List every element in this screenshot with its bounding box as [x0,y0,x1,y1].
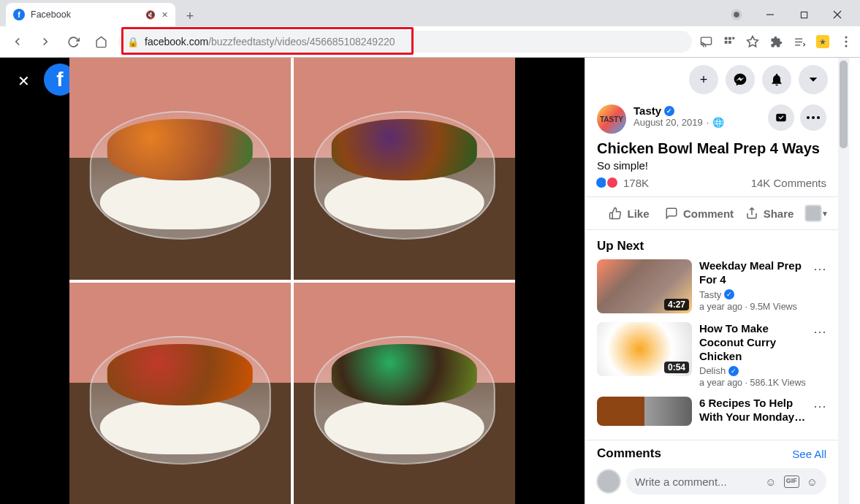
svg-rect-11 [732,37,734,39]
tab-bar: f Facebook 🔇 ✕ + [0,0,860,26]
apps-icon[interactable] [723,35,736,48]
page-name-link[interactable]: Tasty✓ [633,104,724,117]
svg-point-16 [845,36,847,38]
up-next-item: 0:54 How To Make Coconut Curry Chicken D… [597,322,826,388]
browser-tab[interactable]: f Facebook 🔇 ✕ [6,3,175,26]
svg-point-18 [845,45,847,47]
post-more-button[interactable] [800,104,826,131]
cast-icon[interactable] [699,35,712,48]
comments-section: Comments See All Write a comment... ☺ GI… [585,440,838,504]
create-button[interactable]: + [689,65,718,94]
maximize-button[interactable] [787,3,821,26]
svg-point-23 [817,116,820,119]
url-text: facebook.com/buzzfeedtasty/videos/456685… [145,36,395,47]
browser-toolbar: 🔒 facebook.com/buzzfeedtasty/videos/4566… [0,26,860,57]
reload-button[interactable] [63,31,83,52]
share-button[interactable]: Share [734,199,804,228]
post-header: TASTY Tasty✓ August 20, 2019·🌐 Chicken B… [585,102,838,197]
close-window-button[interactable] [821,3,854,26]
video-duration: 0:54 [664,362,689,373]
scrollbar-thumb[interactable] [840,61,848,148]
post-action-bar: Like Comment Share ▼ [585,197,838,230]
video-quadrant [69,283,291,504]
svg-point-21 [807,116,810,119]
video-sidebar: + TASTY Tasty✓ August 20, 2019·🌐 [585,58,849,504]
browser-chrome: f Facebook 🔇 ✕ + 🔒 facebook.com/buzzfeed… [0,0,860,58]
notifications-button[interactable] [762,65,791,94]
svg-rect-6 [701,37,711,45]
minimize-button[interactable] [753,3,787,26]
up-next-section: Up Next 4:27 Weekday Meal Prep For 4 Tas… [585,230,838,430]
chrome-menu-icon[interactable] [840,35,853,48]
video-byline[interactable]: Tasty✓ [699,289,806,300]
item-more-button[interactable]: ⋯ [813,397,826,426]
video-title-link[interactable]: How To Make Coconut Curry Chicken [699,322,806,363]
video-player-area[interactable]: ✕ f [0,58,585,504]
reaction-count[interactable]: 178K [597,176,649,189]
video-thumbnail[interactable] [597,397,692,426]
reading-list-icon[interactable] [793,35,806,48]
svg-marker-19 [810,77,818,81]
gif-icon[interactable]: GIF [784,476,799,488]
video-title-link[interactable]: Weekday Meal Prep For 4 [699,259,806,287]
profile-icon[interactable] [720,3,753,26]
messenger-button[interactable] [726,65,755,94]
share-as-avatar[interactable]: ▼ [804,199,829,228]
page-content: ✕ f + TASTY Tasty✓ August 20, [0,58,860,504]
verified-badge-icon: ✓ [664,106,674,116]
facebook-favicon: f [13,9,25,20]
svg-point-17 [845,40,847,42]
lock-icon[interactable]: 🔒 [127,37,139,47]
tab-mute-icon[interactable]: 🔇 [145,10,156,20]
svg-rect-3 [801,12,807,18]
comment-placeholder: Write a comment... [635,476,765,488]
bookmark-star-icon[interactable] [746,35,759,48]
like-button[interactable]: Like [594,199,664,228]
video-duration: 4:27 [664,299,689,310]
close-video-button[interactable]: ✕ [9,66,38,96]
comment-count[interactable]: 14K Comments [751,177,826,189]
emoji-icon[interactable]: ☺ [765,476,776,488]
post-title: Chicken Bowl Meal Prep 4 Ways [597,140,826,157]
item-more-button[interactable]: ⋯ [813,322,826,388]
back-button[interactable] [7,31,28,52]
svg-rect-9 [724,41,727,44]
extension-icons: ★ [699,35,853,48]
up-next-header: Up Next [597,239,826,253]
forward-button[interactable] [35,31,56,52]
globe-icon: 🌐 [712,117,724,128]
new-tab-button[interactable]: + [180,6,200,26]
video-stats: a year ago · 586.1K Views [699,378,806,388]
see-all-comments-link[interactable]: See All [792,448,826,460]
post-subtitle: So simple! [597,159,826,172]
svg-rect-7 [724,37,727,39]
up-next-item: 4:27 Weekday Meal Prep For 4 Tasty✓ a ye… [597,259,826,313]
extension-badge-icon[interactable]: ★ [816,35,829,48]
video-thumbnail[interactable]: 0:54 [597,322,692,376]
save-video-button[interactable] [768,104,794,131]
svg-point-1 [734,12,739,18]
user-avatar[interactable] [597,470,620,493]
svg-rect-10 [728,41,731,44]
extensions-puzzle-icon[interactable] [769,35,783,48]
tab-close-icon[interactable]: ✕ [161,10,168,20]
account-dropdown-button[interactable] [799,65,828,94]
scrollbar[interactable] [838,58,849,504]
window-controls [720,3,854,26]
page-avatar[interactable]: TASTY [597,104,626,134]
sticker-icon[interactable]: ☺ [807,476,818,488]
video-stats: a year ago · 9.5M Views [699,302,806,312]
item-more-button[interactable]: ⋯ [813,259,826,313]
post-date[interactable]: August 20, 2019·🌐 [633,117,724,128]
verified-badge-icon: ✓ [728,366,739,376]
header-actions: + [585,58,838,102]
address-bar[interactable]: 🔒 facebook.com/buzzfeedtasty/videos/4566… [118,31,692,53]
video-thumbnail[interactable]: 4:27 [597,259,692,313]
comment-input[interactable]: Write a comment... ☺ GIF ☺ [626,468,826,495]
home-button[interactable] [91,31,111,52]
comments-header: Comments [597,446,661,461]
video-byline[interactable]: Delish✓ [699,365,806,376]
comment-button[interactable]: Comment [664,199,734,228]
svg-rect-8 [728,37,731,39]
video-title-link[interactable]: 6 Recipes To Help With Your Monday… [699,397,806,424]
